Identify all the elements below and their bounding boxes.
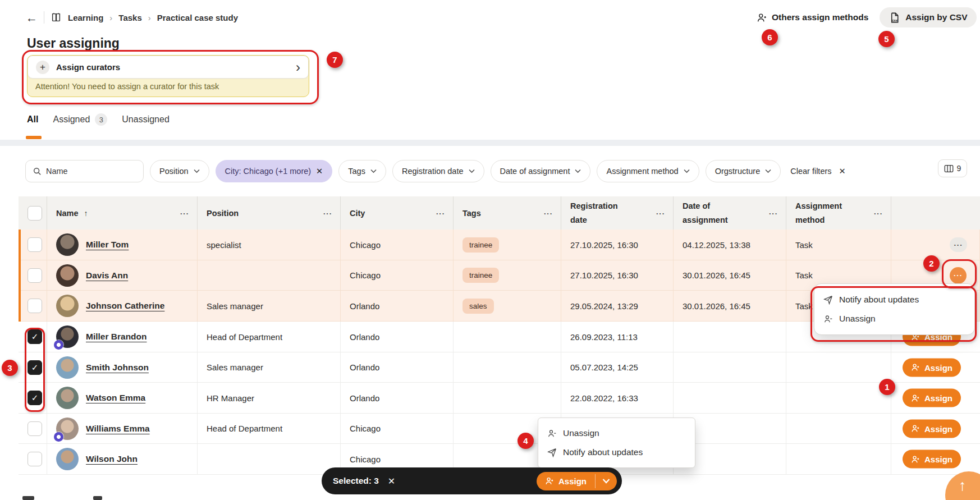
filter-city-label: City: Chicago (+1 more) — [225, 167, 312, 176]
breadcrumb-learning[interactable]: Learning — [68, 13, 103, 22]
selection-count-label: Selected: 3 — [333, 476, 379, 486]
cell-position: Head of Department — [198, 414, 341, 444]
bulk-assign-dropdown-button[interactable] — [596, 472, 617, 490]
back-icon[interactable]: ← — [26, 12, 38, 24]
filter-assignment-method[interactable]: Assignment method — [597, 160, 699, 182]
row-checkbox[interactable]: ✓ — [28, 237, 42, 252]
column-menu-icon[interactable]: ··· — [656, 209, 665, 217]
menu-item-unassign[interactable]: Unassign — [538, 424, 695, 443]
column-header-assignment-method[interactable]: Assignment method ··· — [786, 196, 891, 230]
user-name-link[interactable]: Smith Johnson — [86, 363, 149, 373]
menu-item-notify[interactable]: Notify about updates — [814, 290, 974, 309]
breadcrumb-tasks[interactable]: Tasks — [118, 13, 141, 22]
row-checkbox[interactable]: ✓ — [28, 421, 42, 436]
column-menu-icon[interactable]: ··· — [874, 209, 883, 217]
assign-curators-button[interactable]: + Assign curators › — [28, 56, 309, 79]
user-name-link[interactable]: Johnson Catherine — [86, 301, 164, 311]
close-icon[interactable]: ✕ — [316, 167, 323, 176]
cell-registration-date: 22.08.2022, 16:33 — [561, 383, 674, 414]
others-assign-methods-label: Others assign methods — [772, 12, 868, 22]
row-checkbox[interactable]: ✓ — [28, 299, 42, 313]
filter-orgstructure[interactable]: Orgstructure — [706, 160, 781, 182]
assigned-count-badge: 3 — [95, 113, 107, 126]
column-header-city[interactable]: City ··· — [341, 196, 454, 230]
avatar — [56, 264, 79, 287]
annotation-badge-2: 2 — [923, 255, 940, 272]
column-menu-icon[interactable]: ··· — [436, 209, 445, 217]
chevron-down-icon — [602, 478, 610, 484]
header-registration-line1: Registration — [570, 199, 618, 213]
column-menu-icon[interactable]: ··· — [180, 209, 189, 217]
top-actions: Others assign methods csv Assign by CSV — [757, 7, 977, 27]
user-name-link[interactable]: Wilson John — [86, 454, 138, 464]
clear-filters-button[interactable]: Clear filters ✕ — [787, 167, 849, 176]
column-header-registration-date[interactable]: Registration date ··· — [561, 196, 674, 230]
csv-file-icon: csv — [889, 12, 900, 24]
row-checkbox-checked[interactable]: ✓ — [28, 329, 42, 344]
assign-button-label: Assign — [924, 363, 952, 372]
cell-registration-date: 27.10.2025, 16:30 — [561, 230, 674, 260]
bulk-assign-button[interactable]: Assign — [537, 472, 595, 490]
avatar — [56, 233, 79, 256]
arrow-up-icon: ↑ — [959, 477, 967, 494]
others-assign-methods-button[interactable]: Others assign methods — [757, 12, 868, 23]
chevron-down-icon — [194, 169, 200, 173]
column-menu-icon[interactable]: ··· — [769, 209, 778, 217]
tab-all[interactable]: All — [27, 114, 38, 125]
filter-city-active[interactable]: City: Chicago (+1 more) ✕ — [216, 160, 333, 182]
header-position-label: Position — [207, 209, 239, 218]
table-row: ✓ Smith Johnson Sales manager Orlando 05… — [19, 352, 980, 383]
column-menu-icon[interactable]: ··· — [323, 209, 332, 217]
person-minus-icon — [547, 429, 557, 438]
row-actions-menu-button[interactable]: ··· — [950, 237, 967, 252]
filter-tags[interactable]: Tags — [338, 160, 386, 182]
user-name-link[interactable]: Davis Ann — [86, 270, 128, 281]
column-header-name[interactable]: Name ↑ ··· — [47, 196, 198, 230]
row-checkbox-checked[interactable]: ✓ — [28, 391, 42, 405]
bulk-assign-split-button[interactable]: Assign — [537, 472, 617, 490]
active-tab-underline — [26, 136, 42, 139]
filter-date-of-assignment[interactable]: Date of assignment — [491, 160, 591, 182]
tab-assigned[interactable]: Assigned 3 — [53, 113, 107, 126]
user-name-link[interactable]: Williams Emma — [86, 424, 150, 434]
breadcrumb-separator: › — [109, 13, 112, 22]
column-header-tags[interactable]: Tags ··· — [454, 196, 561, 230]
header-assigned-line1: Date of — [683, 199, 728, 213]
assign-button[interactable]: Assign — [903, 450, 961, 469]
column-header-position[interactable]: Position ··· — [198, 196, 341, 230]
close-icon[interactable]: ✕ — [388, 476, 395, 487]
filter-position[interactable]: Position — [150, 160, 209, 182]
menu-item-label: Notify about updates — [839, 295, 919, 305]
user-name-link[interactable]: Miller Brandon — [86, 332, 147, 342]
row-actions-menu-button-active[interactable]: ··· — [950, 267, 967, 284]
row-checkbox-checked[interactable]: ✓ — [28, 360, 42, 375]
scroll-to-top-button[interactable]: ↑ — [945, 471, 980, 500]
assign-button[interactable]: Assign — [903, 358, 961, 377]
annotation-badge-6: 6 — [762, 29, 778, 45]
menu-item-label: Unassign — [563, 428, 599, 438]
columns-settings-button[interactable]: 9 — [938, 159, 967, 177]
column-menu-icon[interactable]: ··· — [544, 209, 553, 217]
user-name-link[interactable]: Watson Emma — [86, 393, 145, 403]
row-checkbox[interactable]: ✓ — [28, 452, 42, 466]
row-checkbox[interactable]: ✓ — [28, 268, 42, 283]
select-all-checkbox[interactable]: ✓ — [28, 206, 42, 221]
search-input[interactable] — [46, 167, 130, 176]
user-name-link[interactable]: Miller Tom — [86, 240, 129, 250]
avatar — [56, 418, 79, 440]
assign-button[interactable]: Assign — [903, 389, 961, 407]
assign-by-csv-button[interactable]: csv Assign by CSV — [880, 7, 976, 27]
menu-item-unassign[interactable]: Unassign — [814, 309, 974, 328]
bulk-assign-label: Assign — [558, 476, 587, 486]
filter-registration-date[interactable]: Registration date — [392, 160, 484, 182]
header-method-line2: method — [795, 213, 842, 227]
cell-position — [198, 444, 341, 475]
avatar — [56, 356, 79, 379]
tab-unassigned[interactable]: Unassigned — [122, 114, 170, 125]
menu-item-notify[interactable]: Notify about updates — [538, 443, 695, 462]
assign-button[interactable]: Assign — [903, 419, 961, 438]
curator-warning-text: Attention! You need to assign a curator … — [35, 82, 219, 91]
cell-city: Orlando — [341, 291, 454, 322]
clear-filters-label: Clear filters — [790, 167, 831, 176]
column-header-date-of-assignment[interactable]: Date of assignment ··· — [674, 196, 786, 230]
